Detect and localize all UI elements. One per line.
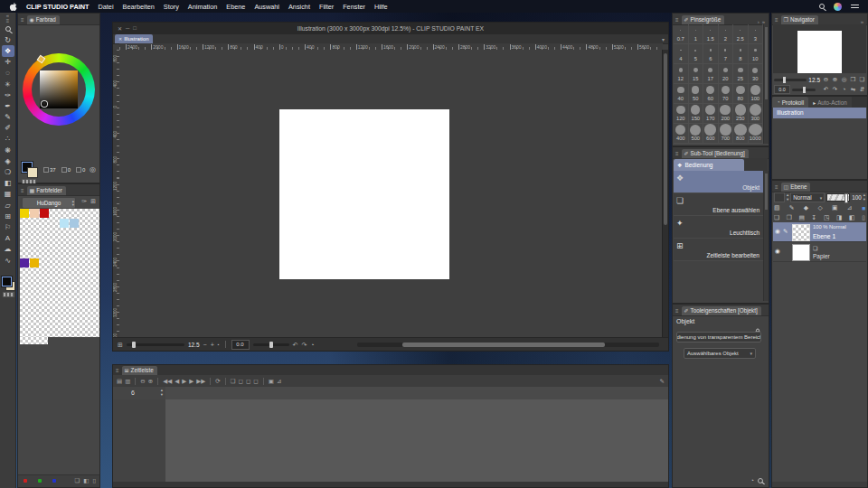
lock-alpha-icon[interactable]: ◇: [817, 204, 822, 211]
rotate-ccw-icon[interactable]: ↶: [293, 342, 298, 348]
selection-tool[interactable]: ◌: [2, 68, 14, 79]
subtool-item-leuchttisch[interactable]: ✦Leuchttisch: [674, 216, 763, 239]
edit-layer-icon[interactable]: ✎: [789, 204, 795, 211]
apple-menu-icon[interactable]: [9, 2, 17, 12]
cel-display-icon[interactable]: ◻: [239, 378, 243, 385]
history-item[interactable]: Illustration: [773, 108, 866, 118]
brush-size-cell[interactable]: 800: [733, 124, 749, 144]
brush-size-cell[interactable]: 5: [689, 44, 704, 64]
combine-icon[interactable]: ◨: [836, 214, 842, 221]
first-frame-icon[interactable]: ◀◀: [163, 378, 172, 385]
swatch-cell[interactable]: [40, 209, 49, 218]
flip-horizontal-icon[interactable]: ⇋: [849, 86, 857, 93]
graph-editor-icon[interactable]: ⊿: [277, 378, 281, 385]
zoom-100-button[interactable]: ▪: [218, 343, 220, 347]
timeline-list-icon[interactable]: ▤: [117, 378, 122, 385]
brush-size-cell[interactable]: 0.7: [674, 24, 689, 44]
timeline-frame-ruler[interactable]: [165, 387, 668, 400]
thumbnail-icon[interactable]: ▨: [774, 204, 779, 211]
rotate-ccw-icon[interactable]: ↶: [822, 86, 830, 93]
figure-tool[interactable]: ▱: [2, 200, 14, 211]
swatch-cell[interactable]: [70, 219, 79, 228]
new-vector-layer-icon[interactable]: ❐: [787, 214, 792, 221]
rotation-slider-thumb[interactable]: [269, 342, 273, 348]
nav-zoom-slider[interactable]: [774, 79, 807, 81]
new-swatch-button[interactable]: ❏: [74, 477, 80, 484]
zoom-100-icon[interactable]: ◎: [840, 76, 848, 83]
panel-menu-icon[interactable]: ≡: [21, 15, 24, 24]
rotate-cw-icon[interactable]: ↷: [301, 342, 307, 348]
brush-size-cell[interactable]: 12: [674, 64, 689, 84]
menu-item-datei[interactable]: Datei: [98, 3, 113, 11]
transparent-area-dropdown[interactable]: Bedienung von transparentem Bereich ▾: [676, 332, 761, 343]
sv-cursor[interactable]: [42, 101, 47, 107]
brush-size-cell[interactable]: 170: [703, 104, 719, 124]
layer-color-icon[interactable]: ■: [862, 205, 865, 211]
app-menu-title[interactable]: CLIP STUDIO PAINT: [26, 3, 89, 11]
panel-scrollbar[interactable]: [763, 24, 769, 144]
stepper-icon[interactable]: ▴▾: [72, 200, 74, 207]
panel-menu-icon[interactable]: ≡: [775, 15, 778, 24]
delete-layer-icon[interactable]: ▯: [862, 214, 865, 221]
swatch-grid-tail[interactable]: [20, 337, 48, 344]
subtool-item-objekt[interactable]: ❖Objekt: [674, 171, 763, 193]
frame-stepper[interactable]: ▴▾: [161, 389, 163, 397]
brush-size-cell[interactable]: 600: [703, 124, 719, 144]
tab-close-icon[interactable]: ✕: [118, 36, 122, 42]
rotation-slider[interactable]: [253, 343, 289, 346]
fill-tool[interactable]: ◧: [2, 178, 14, 189]
menu-item-ansicht[interactable]: Ansicht: [288, 3, 310, 11]
navigate-grid-icon[interactable]: ⊞: [118, 342, 123, 348]
move-tool[interactable]: ✛: [2, 57, 14, 68]
brush-size-cell[interactable]: 8: [733, 44, 749, 64]
history-clock-icon[interactable]: ◔: [750, 477, 754, 483]
foreground-color-chip[interactable]: [2, 277, 12, 286]
swatch-set-select[interactable]: HuDango ▴▾: [22, 197, 76, 209]
brush-size-cell[interactable]: 15: [689, 64, 704, 84]
palette-color-button[interactable]: [774, 192, 785, 202]
tab-auto-action[interactable]: ▸ Auto-Action: [808, 97, 852, 108]
panel-menu-icon[interactable]: ≡: [675, 149, 679, 158]
text-tool[interactable]: A: [2, 233, 14, 244]
brush-size-cell[interactable]: 500: [689, 124, 704, 144]
mask-icon[interactable]: ▣: [832, 204, 837, 211]
subtool-item-zeitleiste-bearbeiten[interactable]: ⊞Zeitleiste bearbeiten: [674, 239, 763, 261]
layer-row-papier[interactable]: ◉❏Papier: [773, 242, 866, 262]
stepper-icon[interactable]: ▴▾: [863, 193, 865, 202]
replace-swatch-button[interactable]: ◧: [83, 477, 89, 484]
stepper-icon[interactable]: ▴▾: [787, 193, 788, 202]
ruler-tool[interactable]: ⚐: [2, 221, 14, 232]
zoom-tool[interactable]: [2, 23, 14, 34]
transfer-icon[interactable]: ◳: [824, 214, 829, 221]
brush-size-cell[interactable]: 120: [674, 104, 689, 124]
opacity-slider[interactable]: [826, 193, 850, 202]
brush-size-cell[interactable]: 1000: [749, 124, 764, 144]
slider-thumb[interactable]: [803, 87, 806, 93]
brush-size-cell[interactable]: 700: [719, 124, 734, 144]
panel-scrollbar[interactable]: [763, 171, 769, 301]
new-folder-icon[interactable]: ▤: [799, 214, 805, 221]
tab-ebene[interactable]: ◫ Ebene: [781, 183, 811, 192]
next-frame-icon[interactable]: ▶: [189, 378, 193, 385]
nav-rotation-slider[interactable]: [792, 89, 816, 91]
brush-size-cell[interactable]: 80: [733, 84, 749, 104]
timeline-settings-icon[interactable]: ▥: [125, 378, 130, 385]
visibility-eye-icon[interactable]: ◉: [775, 248, 780, 255]
brush-size-cell[interactable]: 40: [674, 84, 689, 104]
actual-size-icon[interactable]: ❏: [858, 76, 866, 83]
brush-size-cell[interactable]: 400: [674, 124, 689, 144]
brush-size-cell[interactable]: 10: [749, 44, 764, 64]
timeline-frame-box[interactable]: 6 ▴▾: [113, 387, 166, 400]
zoom-out-icon[interactable]: ⊖: [822, 76, 830, 83]
tab-subtool[interactable]: ✐ Sub-Tool [Bedienung]: [682, 149, 749, 158]
visibility-eye-icon[interactable]: ◉: [775, 228, 780, 235]
scrollbar-thumb[interactable]: [664, 53, 667, 225]
pen-tool[interactable]: ✒: [2, 100, 14, 111]
cel-batch-icon[interactable]: ◻: [253, 378, 258, 385]
horizontal-scrollbar[interactable]: [357, 343, 659, 347]
menu-item-filter[interactable]: Filter: [319, 3, 334, 11]
selectable-object-dropdown[interactable]: Auswählbares Objekt ▾: [684, 348, 756, 359]
slider-thumb[interactable]: [844, 193, 848, 203]
tab-zeitleiste[interactable]: ⊞ Zeitleiste: [122, 366, 157, 375]
lock-layer-icon[interactable]: ◆: [804, 204, 808, 211]
